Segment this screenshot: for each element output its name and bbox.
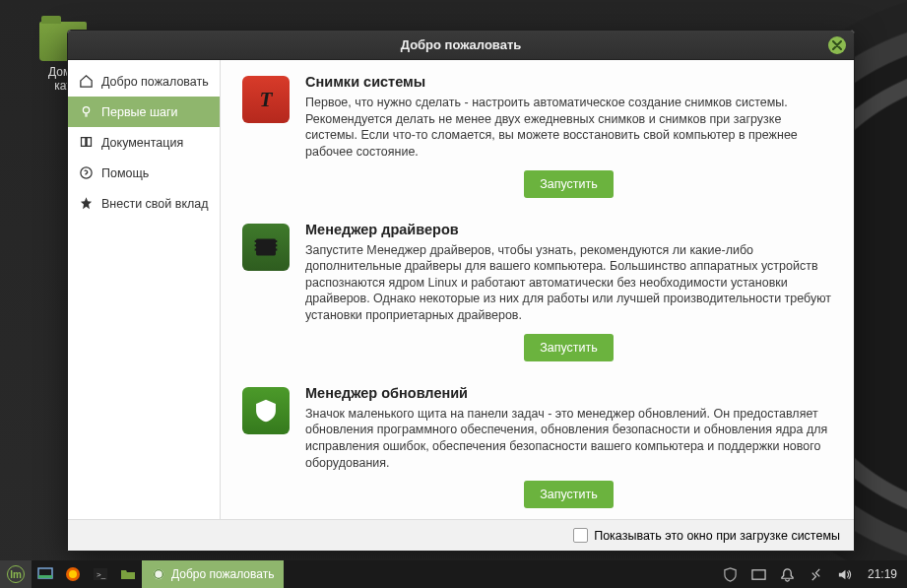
section-body: Значок маленького щита на панели задач -… — [305, 406, 832, 472]
taskbar-item-welcome[interactable]: Добро пожаловать — [142, 560, 284, 588]
svg-rect-8 — [275, 244, 277, 246]
app-icon — [152, 567, 165, 581]
section-title: Снимки системы — [305, 74, 832, 90]
sidebar-item-first-steps[interactable]: Первые шаги — [68, 97, 220, 127]
svg-text:>_: >_ — [97, 570, 106, 579]
taskbar: lm >_ Добро пожаловать — [0, 560, 907, 588]
start-menu-button[interactable]: lm — [0, 560, 32, 588]
home-icon — [78, 74, 94, 90]
tray-shield-icon[interactable] — [723, 566, 739, 582]
close-icon — [832, 40, 842, 50]
drivers-icon — [242, 224, 290, 271]
show-on-startup-label: Показывать это окно при загрузке системы — [594, 529, 840, 543]
launch-button-updates[interactable]: Запустить — [524, 481, 614, 508]
sidebar-item-label: Внести свой вклад — [101, 197, 209, 211]
svg-rect-18 — [752, 569, 765, 578]
updates-icon — [242, 387, 290, 434]
svg-rect-6 — [255, 248, 257, 250]
section-body: Первое, что нужно сделать - настроить ав… — [305, 95, 832, 161]
timeshift-icon: T — [242, 76, 290, 123]
show-desktop-button[interactable] — [32, 560, 59, 588]
svg-rect-5 — [255, 244, 257, 246]
section-updates: Менеджер обновлений Значок маленького щи… — [221, 371, 854, 519]
section-title: Менеджер обновлений — [305, 385, 832, 401]
footer-bar: Показывать это окно при загрузке системы — [68, 519, 854, 551]
system-tray: 21:19 — [713, 566, 907, 582]
terminal-icon: >_ — [93, 566, 108, 582]
files-launcher[interactable] — [114, 560, 142, 588]
svg-point-13 — [69, 570, 77, 578]
book-icon — [78, 135, 94, 151]
star-icon — [78, 196, 94, 212]
section-timeshift: T Снимки системы Первое, что нужно сдела… — [221, 60, 854, 208]
section-drivers: Менеджер драйверов Запустите Менеджер др… — [221, 208, 854, 371]
task-label: Добро пожаловать — [171, 567, 274, 581]
close-button[interactable] — [828, 36, 846, 54]
svg-rect-3 — [256, 238, 276, 255]
sidebar-item-documentation[interactable]: Документация — [68, 127, 220, 158]
help-icon — [78, 165, 94, 181]
window-title: Добро пожаловать — [401, 37, 522, 52]
svg-rect-11 — [38, 575, 52, 578]
sidebar-item-welcome[interactable]: Добро пожаловать — [68, 66, 220, 97]
lightbulb-icon — [78, 104, 94, 120]
terminal-launcher[interactable]: >_ — [87, 560, 114, 588]
tray-network-icon[interactable] — [809, 566, 824, 582]
titlebar[interactable]: Добро пожаловать — [68, 31, 854, 60]
svg-rect-4 — [255, 239, 257, 241]
folder-icon — [120, 566, 136, 582]
tray-workspaces-icon[interactable] — [751, 566, 767, 582]
firefox-icon — [65, 566, 81, 582]
svg-point-16 — [154, 569, 164, 580]
tray-volume-icon[interactable] — [837, 566, 853, 582]
sidebar-item-contribute[interactable]: Внести свой вклад — [68, 188, 220, 219]
desktop-icon — [37, 566, 53, 582]
mint-logo-icon: lm — [7, 565, 25, 583]
launch-button-timeshift[interactable]: Запустить — [524, 170, 614, 198]
clock[interactable]: 21:19 — [868, 567, 897, 581]
sidebar: Добро пожаловать Первые шаги Документаци… — [68, 60, 221, 519]
launch-button-drivers[interactable]: Запустить — [524, 334, 614, 361]
sidebar-item-label: Первые шаги — [101, 105, 177, 119]
section-body: Запустите Менеджер драйверов, чтобы узна… — [305, 242, 832, 324]
svg-text:T: T — [260, 88, 274, 111]
sidebar-item-help[interactable]: Помощь — [68, 158, 220, 188]
sidebar-item-label: Помощь — [101, 166, 149, 180]
svg-point-0 — [83, 107, 89, 113]
quick-launch: >_ — [32, 560, 142, 588]
firefox-launcher[interactable] — [59, 560, 87, 588]
welcome-window: Добро пожаловать Добро пожаловать Первые… — [67, 30, 855, 552]
svg-rect-9 — [275, 248, 277, 250]
sidebar-item-label: Документация — [101, 136, 183, 150]
sidebar-item-label: Добро пожаловать — [101, 75, 209, 89]
section-title: Менеджер драйверов — [305, 222, 832, 237]
show-on-startup-checkbox[interactable] — [573, 528, 588, 543]
tray-notifications-icon[interactable] — [780, 566, 796, 582]
content-area[interactable]: T Снимки системы Первое, что нужно сдела… — [221, 60, 854, 519]
svg-rect-7 — [275, 239, 277, 241]
